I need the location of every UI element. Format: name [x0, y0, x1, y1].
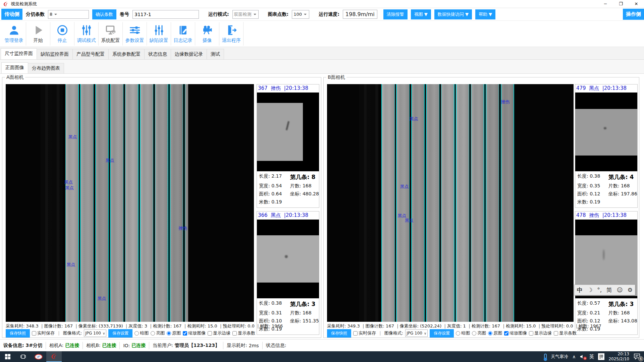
run-speed-value: 198.9m/mi — [343, 10, 377, 19]
save-settings-button[interactable]: 保存设置 — [430, 329, 454, 338]
stop-icon — [56, 24, 68, 36]
dark-image-radio[interactable]: 暗图 — [135, 330, 149, 336]
save-snapshot-button[interactable]: 保存快照 — [327, 329, 351, 338]
realtime-save-checkbox[interactable]: 实时保存 — [353, 330, 376, 336]
language-indicator[interactable]: 英 — [589, 354, 594, 360]
camera-b-groupbox: B面相机 挫伤黑点黑点黑点黑点 479 黑点 |20:13:38 长度: 0.3 — [323, 77, 639, 338]
operator-side-button[interactable]: 操作侧 — [623, 9, 644, 20]
defect-card[interactable]: 478 挫伤 |20:13:38 长度: 0.57 第几条: 3 宽度: 0.2… — [575, 211, 638, 335]
exit-program-button[interactable]: 退出程序 — [219, 22, 244, 46]
ime-simplified-button[interactable]: 简 — [606, 286, 612, 294]
start-button[interactable] — [0, 351, 15, 362]
task-view-button[interactable] — [15, 351, 31, 362]
slit-count-select[interactable]: 8 — [48, 10, 89, 19]
tab-size-monitor[interactable]: 尺寸监控界面 — [1, 48, 37, 59]
hidden-icons-chevron[interactable]: ∧ — [572, 354, 576, 359]
view-menu-button[interactable]: 视图 ▼ — [411, 9, 431, 19]
defect-card-header: 367 挫伤 |20:13:38 — [257, 84, 319, 93]
show-strips-checkbox[interactable]: 显示条数 — [554, 330, 577, 336]
debug-mode-button[interactable]: 调试模式 — [74, 22, 99, 46]
defect-settings-button[interactable]: 缺陷设置 — [147, 22, 171, 46]
original-image-radio[interactable]: 原图 — [167, 330, 181, 336]
taskbar-clock[interactable]: 20:13 2025/2/10 — [608, 352, 629, 362]
tab-product-model-config[interactable]: 产品型号配置 — [72, 49, 109, 59]
ime-settings-gear-icon[interactable]: ⚙ — [628, 287, 633, 293]
drive-side-button[interactable]: 传动侧 — [1, 9, 22, 20]
zoom-image-checkbox[interactable]: 缩放图像 — [183, 330, 206, 336]
zoom-image-checkbox[interactable]: 缩放图像 — [504, 330, 527, 336]
save-settings-button[interactable]: 保存设置 — [108, 329, 132, 338]
defect-overlay-label: 黑点 — [65, 185, 74, 191]
device-status-bar: 设备信息:3#分切 相机A:已连接 相机B:已连接 IO:已连接 当前用户:管理… — [0, 339, 644, 351]
notification-count-badge: 6 — [638, 356, 643, 361]
tab-front-image[interactable]: 正面图像 — [1, 62, 28, 73]
capture-button[interactable]: 摄像 — [195, 22, 219, 46]
coord-label: 坐标: — [290, 191, 301, 196]
camera-b-image[interactable]: 挫伤黑点黑点黑点黑点 — [327, 84, 574, 322]
maximize-button[interactable]: ❐ — [613, 0, 629, 8]
stop-button[interactable]: 停止 — [50, 22, 74, 46]
help-menu-button[interactable]: 帮助 ▼ — [475, 9, 495, 19]
dark-image-radio[interactable]: 暗图 — [456, 330, 470, 336]
save-snapshot-button[interactable]: 保存快照 — [6, 329, 30, 338]
zoom-image-label: 缩放图像 — [509, 330, 527, 336]
close-button[interactable]: ✕ — [629, 0, 644, 8]
image-format-value: JPG 100 — [407, 331, 422, 336]
camera-b-status-line: 采集耗时: 349.3 ｜图像计数: 167 ｜像素坐标: (5202,24) … — [327, 323, 601, 329]
strip-value: 3 — [311, 301, 315, 307]
separator: ｜ — [57, 330, 61, 336]
ime-chinese-mode-button[interactable]: 中 — [577, 286, 583, 294]
confirm-count-button[interactable]: 确认条数 — [92, 9, 116, 19]
image-format-label: 图像格式: — [63, 330, 82, 336]
admin-login-button[interactable]: 管理登录 — [2, 22, 26, 46]
strip-value: 4 — [630, 174, 634, 180]
realtime-save-checkbox[interactable]: 实时保存 — [32, 330, 55, 336]
tab-defect-monitor[interactable]: 缺陷监控界面 — [37, 49, 73, 59]
tab-status-info[interactable]: 状态信息 — [144, 49, 171, 59]
io-conn-status: 已连接 — [131, 343, 146, 349]
snipping-app-button[interactable]: ✂ — [31, 351, 46, 362]
bright-image-radio[interactable]: 亮图 — [472, 330, 486, 336]
tab-system-param-config[interactable]: 系统参数配置 — [108, 49, 145, 59]
log-record-button[interactable]: 日志记录 — [171, 22, 195, 46]
show-strips-checkbox[interactable]: 显示条数 — [232, 330, 255, 336]
ime-moon-fullhalf-button[interactable]: ☽ — [587, 287, 592, 293]
image-format-select[interactable]: JPG 100∨ — [84, 329, 106, 337]
minimize-button[interactable]: ─ — [598, 0, 613, 8]
action-center-button[interactable]: 6 — [633, 353, 642, 360]
param-settings-button[interactable]: 参数设置 — [123, 22, 147, 46]
roll-input[interactable] — [132, 10, 199, 19]
length-label: 长度: — [259, 300, 270, 306]
chart-points-select[interactable]: 100 — [292, 10, 309, 19]
ime-punctuation-button[interactable]: °, — [597, 287, 602, 293]
secondary-tabbar: 正面图像 分布趋势图表 — [0, 60, 644, 74]
image-format-select[interactable]: JPG 100∨ — [405, 329, 428, 337]
show-edge-checkbox[interactable]: 显示边缘 — [529, 330, 552, 336]
start-button[interactable]: 开始 — [26, 22, 50, 46]
volume-muted-icon[interactable]: ✕ — [580, 354, 585, 359]
system-config-button[interactable]: 系统配置 — [99, 22, 123, 46]
bright-image-radio[interactable]: 亮图 — [151, 330, 165, 336]
run-mode-label: 运行模式: — [208, 11, 229, 17]
data-quick-access-button[interactable]: 数据快捷访问 ▼ — [434, 9, 472, 19]
original-image-radio[interactable]: 原图 — [488, 330, 502, 336]
tab-test[interactable]: 测试 — [207, 49, 224, 59]
defect-card[interactable]: 366 黑点 |20:13:38 长度: 0.38 第几条: 3 宽度: 0.3… — [257, 211, 319, 335]
tab-distribution-trend-chart[interactable]: 分布趋势图表 — [28, 63, 64, 73]
play-icon — [32, 24, 44, 36]
ime-pin-indicator[interactable]: 拼 — [598, 353, 604, 360]
defect-id: 478 — [576, 212, 586, 218]
defect-card[interactable]: 367 挫伤 |20:13:38 长度: 2.17 第几条: 8 宽度: 0.5… — [257, 84, 319, 208]
tab-edge-data-record[interactable]: 边缘数据记录 — [171, 49, 207, 59]
run-mode-select[interactable]: 双面检测 — [232, 10, 259, 19]
vision-app-button[interactable] — [46, 351, 62, 362]
weather-text[interactable]: 天气寒冷 — [551, 354, 568, 360]
ime-emoji-button[interactable]: ☺ — [617, 287, 623, 293]
show-edge-checkbox[interactable]: 显示边缘 — [208, 330, 230, 336]
meters-value: 0.19 — [590, 199, 600, 204]
clear-alarm-button[interactable]: 清除报警 — [383, 9, 408, 19]
defect-card[interactable]: 479 黑点 |20:13:38 长度: 0.38 第几条: 4 宽度: 0.3… — [575, 84, 638, 208]
camera-a-image[interactable]: 黑点黑点黑点黑点挫伤黑点黑点 — [6, 84, 254, 322]
length-value: 0.38 — [590, 173, 600, 179]
user-icon — [8, 24, 20, 36]
